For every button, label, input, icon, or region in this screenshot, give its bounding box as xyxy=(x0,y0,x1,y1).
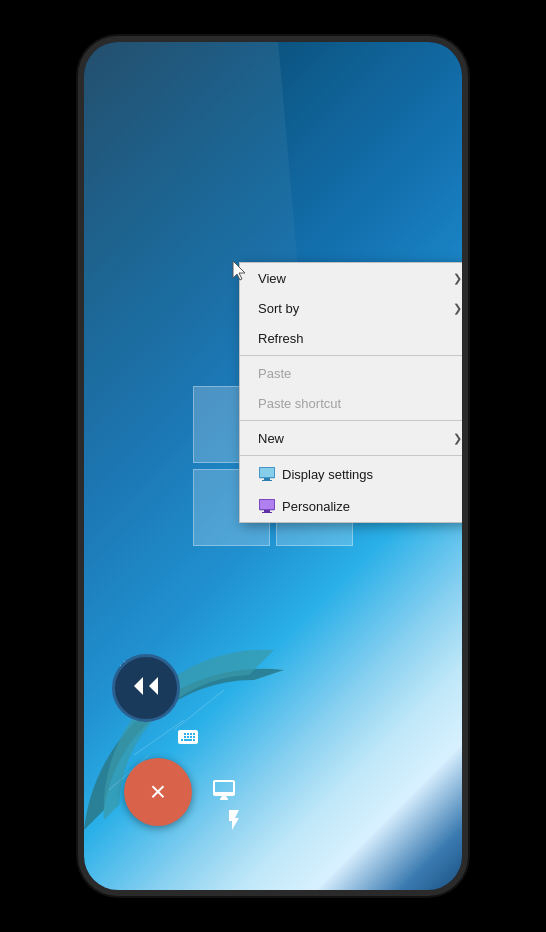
menu-item-display-settings[interactable]: Display settings xyxy=(240,458,468,490)
menu-item-refresh-label: Refresh xyxy=(258,331,462,346)
mouse-cursor xyxy=(232,260,248,282)
menu-item-view-label: View xyxy=(258,271,445,286)
separator-3 xyxy=(240,455,468,456)
svg-marker-11 xyxy=(134,677,143,695)
menu-item-view-arrow: ❯ xyxy=(453,272,462,285)
separator-1 xyxy=(240,355,468,356)
menu-item-new-label: New xyxy=(258,431,445,446)
menu-item-new[interactable]: New ❯ xyxy=(240,423,468,453)
svg-rect-2 xyxy=(264,478,270,480)
menu-item-sort-by-arrow: ❯ xyxy=(453,302,462,315)
menu-item-paste-shortcut-label: Paste shortcut xyxy=(258,396,462,411)
separator-2 xyxy=(240,420,468,421)
display-settings-icon xyxy=(258,465,276,483)
menu-item-display-settings-label: Display settings xyxy=(282,467,462,482)
remote-desktop-button[interactable] xyxy=(112,654,180,722)
radial-icon-keyboard[interactable] xyxy=(166,715,210,759)
menu-item-personalize-label: Personalize xyxy=(282,499,462,514)
menu-item-sort-by[interactable]: Sort by ❯ xyxy=(240,293,468,323)
radial-icon-bolt[interactable] xyxy=(212,798,256,842)
menu-item-sort-by-label: Sort by xyxy=(258,301,445,316)
menu-item-paste-label: Paste xyxy=(258,366,462,381)
close-icon: × xyxy=(150,778,166,806)
svg-rect-5 xyxy=(260,500,274,509)
personalize-icon xyxy=(258,497,276,515)
menu-item-paste-shortcut: Paste shortcut xyxy=(240,388,468,418)
menu-item-refresh[interactable]: Refresh xyxy=(240,323,468,353)
svg-rect-7 xyxy=(262,512,272,513)
menu-item-paste: Paste xyxy=(240,358,468,388)
menu-item-personalize[interactable]: Personalize xyxy=(240,490,468,522)
context-menu: View ❯ Sort by ❯ Refresh Paste Paste sho… xyxy=(239,262,468,523)
phone-frame: View ❯ Sort by ❯ Refresh Paste Paste sho… xyxy=(78,36,468,896)
svg-rect-1 xyxy=(260,468,274,477)
svg-marker-12 xyxy=(149,677,158,695)
menu-item-view[interactable]: View ❯ xyxy=(240,263,468,293)
close-button[interactable]: × xyxy=(124,758,192,826)
menu-item-new-arrow: ❯ xyxy=(453,432,462,445)
svg-rect-3 xyxy=(262,480,272,481)
remote-icon xyxy=(132,675,160,702)
svg-rect-6 xyxy=(264,510,270,512)
